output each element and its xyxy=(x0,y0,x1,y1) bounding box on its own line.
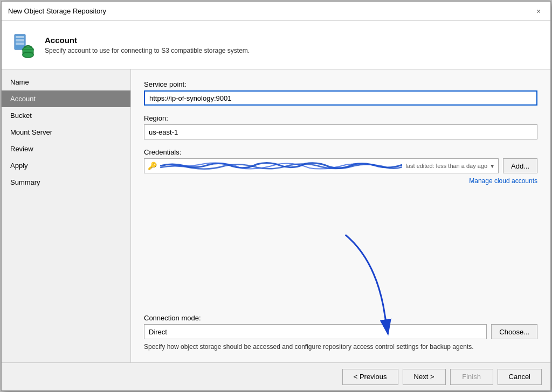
credentials-label: Credentials: xyxy=(144,148,537,156)
connection-mode-row: Choose... xyxy=(144,324,537,339)
title-bar: New Object Storage Repository × xyxy=(2,2,550,21)
dropdown-arrow-icon: ▼ xyxy=(489,163,495,169)
main-panel: Service point: Region: Credentials: 🔑 xyxy=(131,69,550,362)
sidebar-item-mount-server[interactable]: Mount Server xyxy=(2,124,130,141)
sidebar: Name Account Bucket Mount Server Review … xyxy=(2,69,131,362)
sidebar-item-review[interactable]: Review xyxy=(2,141,130,157)
manage-cloud-accounts-link[interactable]: Manage cloud accounts xyxy=(469,177,537,185)
svg-rect-2 xyxy=(16,39,24,41)
header-text: Account Specify account to use for conne… xyxy=(45,36,250,54)
service-point-group: Service point: xyxy=(144,80,537,106)
svg-rect-1 xyxy=(16,36,24,38)
dialog-title: New Object Storage Repository xyxy=(8,7,106,15)
region-group: Region: xyxy=(144,114,537,139)
header-title: Account xyxy=(45,36,250,45)
service-point-label: Service point: xyxy=(144,80,537,88)
sidebar-item-account[interactable]: Account xyxy=(2,90,130,107)
credentials-scribble xyxy=(160,160,402,171)
connection-description: Specify how object storage should be acc… xyxy=(144,342,537,352)
svg-point-6 xyxy=(23,52,33,58)
main-panel-wrapper: Service point: Region: Credentials: 🔑 xyxy=(131,69,550,362)
header-icon xyxy=(10,32,36,58)
svg-rect-3 xyxy=(16,43,24,45)
cancel-button[interactable]: Cancel xyxy=(498,369,542,385)
region-label: Region: xyxy=(144,114,537,122)
credentials-group: Credentials: 🔑 xyxy=(144,148,537,185)
credentials-row: 🔑 last edited: less than a day ago xyxy=(144,158,537,173)
spacer xyxy=(144,194,537,314)
connection-mode-label: Connection mode: xyxy=(144,314,537,322)
service-point-input[interactable] xyxy=(144,90,537,106)
sidebar-item-bucket[interactable]: Bucket xyxy=(2,107,130,124)
footer: < Previous Next > Finish Cancel xyxy=(2,362,550,390)
content-area: Name Account Bucket Mount Server Review … xyxy=(2,69,550,362)
header-section: Account Specify account to use for conne… xyxy=(2,21,550,69)
sidebar-item-apply[interactable]: Apply xyxy=(2,157,130,174)
credentials-meta: last edited: less than a day ago xyxy=(405,163,487,169)
header-description: Specify account to use for connecting to… xyxy=(45,47,250,54)
finish-button[interactable]: Finish xyxy=(450,369,493,385)
key-icon: 🔑 xyxy=(148,162,157,170)
sidebar-item-name[interactable]: Name xyxy=(2,74,130,90)
region-input[interactable] xyxy=(144,124,537,139)
previous-button[interactable]: < Previous xyxy=(342,369,398,385)
close-button[interactable]: × xyxy=(533,6,544,17)
choose-button[interactable]: Choose... xyxy=(491,324,537,339)
connection-mode-section: Connection mode: Choose... Specify how o… xyxy=(144,314,537,352)
add-button[interactable]: Add... xyxy=(503,158,537,173)
connection-mode-input[interactable] xyxy=(144,324,487,339)
credentials-select[interactable]: 🔑 last edited: less than a day ago xyxy=(144,158,499,173)
sidebar-item-summary[interactable]: Summary xyxy=(2,174,130,191)
dialog: New Object Storage Repository × xyxy=(1,1,551,391)
next-button[interactable]: Next > xyxy=(403,369,446,385)
